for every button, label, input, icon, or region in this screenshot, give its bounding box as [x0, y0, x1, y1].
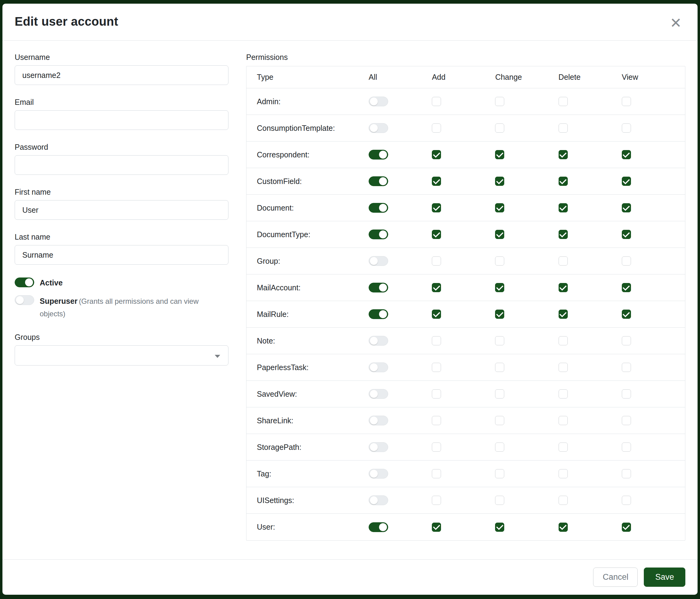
add-checkbox[interactable] [432, 523, 441, 532]
username-input[interactable] [15, 65, 228, 85]
delete-checkbox[interactable] [558, 496, 568, 505]
all-toggle[interactable] [369, 150, 388, 160]
view-checkbox[interactable] [622, 523, 631, 532]
all-toggle[interactable] [369, 416, 388, 425]
add-checkbox[interactable] [432, 416, 441, 425]
all-toggle[interactable] [369, 230, 388, 239]
change-checkbox[interactable] [495, 442, 504, 452]
change-checkbox[interactable] [495, 363, 504, 372]
permission-delete-cell [558, 283, 622, 292]
first-name-input[interactable] [15, 200, 228, 220]
close-icon[interactable]: ✕ [667, 15, 684, 31]
view-checkbox[interactable] [622, 469, 631, 478]
change-checkbox[interactable] [495, 177, 504, 186]
view-checkbox[interactable] [622, 389, 631, 399]
change-checkbox[interactable] [495, 230, 504, 239]
all-toggle[interactable] [369, 389, 388, 399]
add-checkbox[interactable] [432, 310, 441, 319]
change-checkbox[interactable] [495, 469, 504, 478]
all-toggle[interactable] [369, 283, 388, 292]
delete-checkbox[interactable] [558, 257, 568, 266]
change-checkbox[interactable] [495, 523, 504, 532]
all-toggle[interactable] [369, 336, 388, 346]
delete-checkbox[interactable] [558, 283, 568, 292]
add-checkbox[interactable] [432, 442, 441, 452]
view-checkbox[interactable] [622, 442, 631, 452]
all-toggle[interactable] [369, 97, 388, 106]
delete-checkbox[interactable] [558, 177, 568, 186]
delete-checkbox[interactable] [558, 442, 568, 452]
active-toggle[interactable] [15, 278, 34, 287]
groups-select[interactable] [15, 345, 228, 365]
delete-checkbox[interactable] [558, 389, 568, 399]
change-checkbox[interactable] [495, 97, 504, 106]
delete-checkbox[interactable] [558, 97, 568, 106]
add-checkbox[interactable] [432, 97, 441, 106]
view-checkbox[interactable] [622, 230, 631, 239]
view-checkbox[interactable] [622, 203, 631, 212]
change-checkbox[interactable] [495, 310, 504, 319]
all-toggle[interactable] [369, 362, 388, 372]
add-checkbox[interactable] [432, 336, 441, 345]
all-toggle[interactable] [369, 176, 388, 186]
add-checkbox[interactable] [432, 123, 441, 133]
view-checkbox[interactable] [622, 257, 631, 266]
cancel-button[interactable]: Cancel [593, 568, 638, 587]
add-checkbox[interactable] [432, 496, 441, 505]
view-checkbox[interactable] [622, 416, 631, 425]
all-toggle[interactable] [369, 309, 388, 319]
all-toggle[interactable] [369, 469, 388, 479]
view-checkbox[interactable] [622, 123, 631, 133]
view-checkbox[interactable] [622, 283, 631, 292]
view-checkbox[interactable] [622, 363, 631, 372]
add-checkbox[interactable] [432, 230, 441, 239]
view-checkbox[interactable] [622, 310, 631, 319]
all-toggle[interactable] [369, 256, 388, 266]
all-toggle[interactable] [369, 522, 388, 532]
email-input[interactable] [15, 110, 228, 130]
add-checkbox[interactable] [432, 469, 441, 478]
all-toggle[interactable] [369, 203, 388, 213]
add-checkbox[interactable] [432, 283, 441, 292]
delete-checkbox[interactable] [558, 203, 568, 212]
change-checkbox[interactable] [495, 496, 504, 505]
delete-checkbox[interactable] [558, 310, 568, 319]
delete-checkbox[interactable] [558, 523, 568, 532]
last-name-input[interactable] [15, 245, 228, 265]
all-toggle[interactable] [369, 442, 388, 452]
view-checkbox[interactable] [622, 177, 631, 186]
change-checkbox[interactable] [495, 150, 504, 159]
delete-checkbox[interactable] [558, 230, 568, 239]
change-checkbox[interactable] [495, 389, 504, 399]
change-checkbox[interactable] [495, 336, 504, 345]
add-checkbox[interactable] [432, 150, 441, 159]
delete-checkbox[interactable] [558, 469, 568, 478]
add-checkbox[interactable] [432, 177, 441, 186]
view-checkbox[interactable] [622, 336, 631, 345]
add-checkbox[interactable] [432, 363, 441, 372]
delete-checkbox[interactable] [558, 150, 568, 159]
delete-checkbox[interactable] [558, 123, 568, 133]
add-checkbox[interactable] [432, 389, 441, 399]
add-checkbox[interactable] [432, 203, 441, 212]
change-checkbox[interactable] [495, 257, 504, 266]
view-checkbox[interactable] [622, 496, 631, 505]
permission-change-cell [495, 203, 558, 212]
column-header-view: View [622, 73, 685, 81]
permission-all-cell [369, 309, 432, 319]
all-toggle[interactable] [369, 123, 388, 133]
delete-checkbox[interactable] [558, 416, 568, 425]
add-checkbox[interactable] [432, 257, 441, 266]
save-button[interactable]: Save [644, 568, 685, 587]
view-checkbox[interactable] [622, 97, 631, 106]
password-input[interactable] [15, 155, 228, 175]
view-checkbox[interactable] [622, 150, 631, 159]
change-checkbox[interactable] [495, 283, 504, 292]
superuser-toggle[interactable] [15, 295, 34, 305]
delete-checkbox[interactable] [558, 363, 568, 372]
change-checkbox[interactable] [495, 123, 504, 133]
change-checkbox[interactable] [495, 416, 504, 425]
delete-checkbox[interactable] [558, 336, 568, 345]
all-toggle[interactable] [369, 496, 388, 505]
change-checkbox[interactable] [495, 203, 504, 212]
